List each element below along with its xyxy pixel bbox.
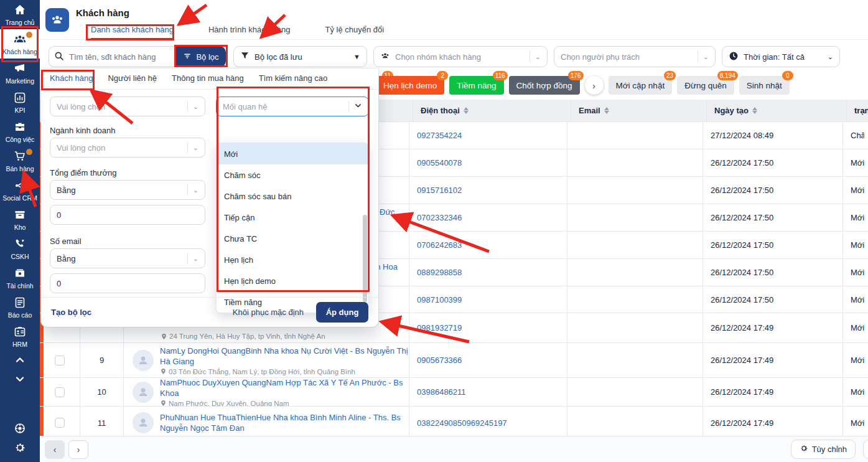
status-chip-chot-hop-dong[interactable]: Chốt hợp đồng176 <box>509 76 580 95</box>
customer-name-link[interactable]: NamPhuoc DuyXuyen QuangNam Hợp Tác Xã Y … <box>160 378 409 398</box>
chevron-down-icon: ⌄ <box>703 53 709 61</box>
table-row[interactable]: 9 NamLy DongHoi QuangBinh Nha khoa Nụ Cư… <box>40 343 868 378</box>
points-operator-select[interactable]: Bằng⌄ <box>50 180 205 200</box>
reset-default-link[interactable]: Khôi phục mặc định <box>233 308 304 317</box>
assignee-select[interactable]: Chọn người phụ trách ⌄ <box>554 46 716 67</box>
table-row[interactable]: 11 PhuNhuan Hue ThuaThienHue Nha khoa Bì… <box>40 407 868 440</box>
search-icon <box>54 51 64 63</box>
sidebar-item-customers[interactable]: Khách hàng <box>0 29 40 59</box>
status-chip-hen-lich-demo[interactable]: Hẹn lịch demo2 <box>376 76 444 95</box>
sidebar-item-marketing[interactable]: Marketing <box>0 59 40 88</box>
dropdown-option[interactable]: Tiếp cận <box>217 207 368 228</box>
sort-icon[interactable] <box>752 107 757 114</box>
status-chip-tiem-nang[interactable]: Tiềm năng116 <box>449 76 503 95</box>
phone-link[interactable]: 0889298858 <box>409 259 567 286</box>
phone-link[interactable]: 0702332346 <box>409 204 567 231</box>
sidebar-item-tasks[interactable]: Công việc <box>0 117 40 146</box>
sidebar-item-cskh[interactable]: CSKH <box>0 234 40 263</box>
row-checkbox[interactable] <box>55 418 65 428</box>
customer-name-link[interactable]: NamLy DongHoi QuangBinh Nha khoa Nụ Cười… <box>160 346 409 367</box>
row-checkbox[interactable] <box>55 387 65 397</box>
search-input[interactable] <box>69 52 175 62</box>
chips-scroll-right-button[interactable]: › <box>585 76 604 95</box>
phone-link[interactable]: 0927354224 <box>409 122 567 149</box>
select-field[interactable]: Vui lòng chọn⌄ <box>50 97 205 116</box>
status-chip-dung-quen[interactable]: Đừng quên8,194 <box>677 76 734 95</box>
sidebar-help[interactable] <box>0 420 40 439</box>
crm-app: Trang chủ Khách hàng Marketing KPI Công … <box>0 0 868 462</box>
dropdown-option[interactable]: Chăm sóc sau bán <box>217 186 368 207</box>
sidebar-item-kpi[interactable]: KPI <box>0 88 40 117</box>
sort-icon[interactable] <box>464 107 469 114</box>
header-tabs: Danh sách khách hàng Hành trình khách hà… <box>91 25 384 40</box>
points-value-input[interactable] <box>50 205 205 225</box>
chevron-down-icon <box>14 373 26 387</box>
column-header-email[interactable]: Email <box>571 100 706 121</box>
customer-name-partial[interactable]: Đức <box>380 207 395 217</box>
pagination-prev-button[interactable]: ‹ <box>45 440 65 459</box>
relationship-select[interactable]: Mối quan hệ <box>216 97 369 116</box>
phone-link[interactable]: 0915716102 <box>409 177 567 204</box>
industry-select[interactable]: Vui lòng chọn⌄ <box>50 138 205 158</box>
sidebar-item-hrm[interactable]: HRM <box>0 322 40 351</box>
count-badge: 116 <box>493 71 508 80</box>
dropdown-scrollbar[interactable] <box>363 215 367 302</box>
tab-customer-list[interactable]: Danh sách khách hàng <box>91 25 174 40</box>
sidebar-item-home[interactable]: Trang chủ <box>0 0 40 29</box>
saved-filters-select[interactable]: Bộ lọc đã lưu ▼ <box>233 46 367 67</box>
create-filter-link[interactable]: Tạo bộ lọc <box>51 308 91 317</box>
apply-button[interactable]: Áp dụng <box>316 302 368 323</box>
funnel-icon <box>240 51 250 62</box>
sort-icon[interactable] <box>604 107 609 114</box>
panel-tab-contact[interactable]: Người liên hệ <box>108 73 157 89</box>
sidebar-item-sales[interactable]: Bán hàng <box>0 146 40 176</box>
sidebar-item-finance[interactable]: Tài chính <box>0 263 40 293</box>
avatar <box>133 382 154 403</box>
status-cell: Mới <box>842 259 864 286</box>
email-operator-select[interactable]: Bằng⌄ <box>50 248 205 268</box>
pagination-next-button[interactable]: › <box>68 440 88 459</box>
kpi-chart-icon <box>14 92 26 106</box>
phone-link[interactable]: 0981932719 <box>409 313 567 342</box>
customer-name-link[interactable]: PhuNhuan Hue ThuaThienHue Nha khoa Bình … <box>160 412 409 433</box>
dropdown-option[interactable]: Hẹn lịch demo <box>217 270 368 291</box>
email-value-input[interactable] <box>50 273 205 293</box>
column-header-created[interactable]: Ngày tạo <box>706 100 846 121</box>
dropdown-option[interactable]: Hẹn lịch <box>217 249 368 270</box>
field-label: Tổng điểm thưởng <box>50 168 117 177</box>
sidebar-scroll-up[interactable] <box>0 351 40 370</box>
phone-link[interactable]: 0706242683 <box>409 232 567 258</box>
dropdown-option[interactable]: Mới <box>217 143 368 164</box>
filter-button[interactable]: Bộ lọc <box>176 46 226 67</box>
customer-address: Nam Phước, Duy Xuyên, Quảng Nam <box>160 400 409 407</box>
status-chip-moi-cap-nhat[interactable]: Mới cập nhật23 <box>609 76 673 95</box>
tab-conversion-rate[interactable]: Tỷ lệ chuyển đổi <box>325 25 385 40</box>
sidebar-item-social-crm[interactable]: Social CRM <box>0 176 40 205</box>
phone-link[interactable]: 03986486211 <box>409 378 567 406</box>
phone-link[interactable]: 0905673366 <box>409 343 567 377</box>
sidebar-item-warehouse[interactable]: Kho <box>0 205 40 234</box>
customize-button[interactable]: Tùy chỉnh <box>791 440 856 459</box>
status-chips: Hẹn lịch demo2 Tiềm năng116 Chốt hợp đồn… <box>376 76 790 96</box>
sidebar-item-reports[interactable]: Báo cáo <box>0 293 40 322</box>
phone-link[interactable]: 0905540078 <box>409 149 567 176</box>
dropdown-option[interactable]: Chưa TC <box>217 228 368 249</box>
column-header-phone[interactable]: Điện thoại <box>413 100 571 121</box>
row-checkbox[interactable] <box>55 356 65 365</box>
time-range-select[interactable]: Thời gian: Tất cả ⌄ <box>722 46 840 67</box>
phone-link[interactable]: 0987100399 <box>409 286 567 313</box>
table-row[interactable]: 10 NamPhuoc DuyXuyen QuangNam Hợp Tác Xã… <box>40 378 868 407</box>
tab-customer-journey[interactable]: Hành trình khách hàng <box>208 25 291 40</box>
panel-tab-customer[interactable]: Khách hàng <box>50 73 93 89</box>
sidebar-scroll-down[interactable] <box>0 370 40 390</box>
phone-link[interactable]: 03822490850969245197 <box>409 407 567 439</box>
panel-tab-advanced-search[interactable]: Tìm kiếm nâng cao <box>259 73 328 89</box>
sidebar-settings[interactable] <box>0 439 40 462</box>
dropdown-option[interactable]: Chăm sóc <box>217 164 368 186</box>
status-chip-sinh-nhat[interactable]: Sinh nhật0 <box>739 76 790 95</box>
customer-group-select[interactable]: Chọn nhóm khách hàng ⌄ <box>373 46 548 67</box>
clipped-button[interactable] <box>863 440 868 459</box>
filter-panel: Khách hàng Người liên hệ Thông tin mua h… <box>41 68 378 327</box>
column-header-status[interactable]: trạng <box>846 100 868 121</box>
panel-tab-purchase-info[interactable]: Thông tin mua hàng <box>172 73 244 89</box>
